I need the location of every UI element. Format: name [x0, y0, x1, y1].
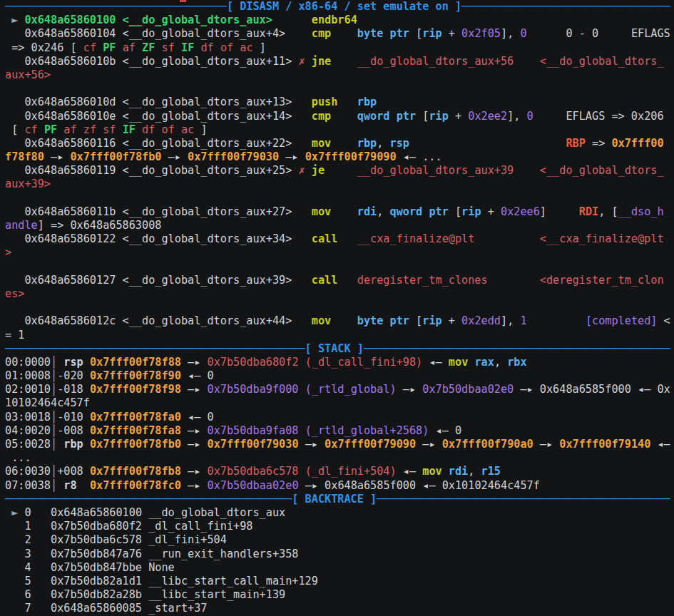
token: ,	[468, 465, 481, 478]
token	[331, 27, 357, 40]
token: +008	[57, 465, 90, 478]
token: ...	[5, 451, 31, 464]
terminal-row: 0x648a65860127 <__do_global_dtors_aux+39…	[5, 274, 674, 287]
token	[331, 314, 357, 327]
terminal-row: 06:0030│+008 0x7fff00f78fb8 —▸ 0x7b50dba…	[5, 465, 674, 478]
disasm-section-header: ──────────────────────────────────[ DISA…	[5, 0, 674, 14]
token: ────────────────────────────────────────…	[5, 342, 305, 355]
token: │	[51, 479, 57, 492]
token	[546, 205, 579, 218]
token	[57, 356, 63, 369]
token: ────────────────────────────────	[461, 0, 670, 13]
token: cf	[24, 123, 37, 136]
backtrace-section: ────────────────────────────────────────…	[5, 493, 674, 616]
token	[474, 232, 539, 245]
token: 0x648a6586012c <__do_global_dtors_aux+44…	[5, 314, 312, 327]
backtrace-section-header: ────────────────────────────────────────…	[5, 493, 674, 506]
terminal[interactable]: ──────────────────────────────────[ DISA…	[0, 0, 674, 616]
token: —▸	[279, 150, 305, 163]
token: ] => 0x648a65863008	[38, 219, 162, 232]
terminal-row: 2 0x7b50dba6c578 _dl_fini+504	[5, 533, 674, 547]
token: [	[5, 123, 24, 136]
token: je	[312, 164, 325, 177]
token: df of ac	[142, 123, 194, 136]
token: ►	[5, 506, 24, 519]
cutoff-text-fragment	[180, 0, 186, 2]
token: —▸	[161, 150, 188, 163]
terminal-row: 0x648a6586012c <__do_global_dtors_aux+44…	[5, 314, 674, 328]
token: [	[409, 314, 422, 327]
token: IF	[181, 41, 194, 54]
token: af zf sf	[63, 123, 116, 136]
token: 0x648a65860122 <__do_global_dtors_aux+34…	[5, 232, 312, 245]
token: ✗	[298, 164, 305, 177]
token: 0 - 0 EFLAGS	[527, 27, 670, 40]
token: __do_global_dtors_aux+56	[357, 55, 514, 68]
token: af	[123, 41, 136, 54]
token: ►	[5, 14, 24, 26]
token	[527, 314, 586, 327]
token: +	[481, 205, 501, 218]
token: ◂— 0	[181, 411, 214, 423]
token: rip	[461, 205, 481, 218]
token: cf	[83, 41, 96, 54]
token: ],	[501, 27, 520, 40]
token: rdi	[449, 465, 468, 478]
token: [ DISASM / x86-64 / set emulate on ]	[227, 0, 461, 13]
token: rsp	[390, 137, 409, 150]
terminal-row: [ cf PF af zf sf IF df of ac ]	[5, 123, 674, 137]
token: [	[449, 205, 461, 218]
token: rbx	[507, 356, 526, 369]
token: ◂—	[650, 438, 670, 451]
token: mov	[312, 205, 331, 218]
disasm-section: ──────────────────────────────────[ DISA…	[5, 0, 674, 342]
token: │	[51, 411, 57, 423]
token: +	[442, 27, 461, 40]
token: EFLAGS => 0x206	[533, 110, 664, 123]
token: 0x7b50dbaa02e0	[422, 383, 514, 396]
token: mov	[312, 137, 331, 150]
token: —▸	[181, 479, 208, 492]
token: r8	[63, 479, 76, 492]
terminal-row: 02:0010│-018 0x7fff00f78f98 —▸ 0x7b50dba…	[5, 383, 674, 396]
token: —▸	[416, 438, 442, 451]
terminal-row: aux+39>	[5, 178, 674, 191]
token: es>	[5, 287, 24, 300]
token: call	[312, 274, 338, 287]
token: 07:0038	[5, 479, 51, 492]
token	[488, 274, 540, 287]
token	[77, 479, 90, 492]
token: f78f80	[5, 150, 44, 163]
token: 0x7fff00f790a0	[442, 438, 533, 451]
token	[331, 55, 357, 68]
token: 00:0000	[5, 356, 51, 369]
token: 0x7b50dbaa02e0	[208, 479, 299, 492]
terminal-row: f78f80 —▸ 0x7fff00f78fb0 —▸ 0x7fff00f790…	[5, 150, 674, 164]
token: call	[312, 232, 338, 245]
token: rip	[429, 110, 448, 123]
token	[337, 96, 357, 108]
terminal-row: ► 0x648a65860100 <__do_global_dtors_aux>…	[5, 14, 674, 27]
token: 7 0x648a65860085 _start+37	[5, 602, 207, 615]
token: rbp	[63, 438, 83, 451]
token: ◂—	[397, 465, 423, 478]
terminal-row: 0x648a6586011b <__do_global_dtors_aux+27…	[5, 205, 674, 219]
token: jne	[312, 55, 331, 68]
token	[57, 438, 63, 451]
terminal-row: 0x648a65860119 <__do_global_dtors_aux+25…	[5, 164, 674, 178]
token: 0 0x648a65860100 __do_global_dtors_aux	[24, 506, 285, 519]
token	[331, 137, 357, 150]
token: <__do_global_dtors_	[540, 164, 664, 177]
token	[57, 123, 63, 136]
token: 06:0030	[5, 465, 51, 478]
token: qword ptr	[357, 110, 416, 123]
terminal-row: es>	[5, 287, 674, 301]
token: 0x648a65860119 <__do_global_dtors_aux+25…	[5, 164, 298, 177]
token: 3 0x7b50db847a76 __run_exit_handlers+358	[5, 548, 298, 560]
token: ],	[501, 314, 520, 327]
token: qword ptr	[390, 205, 449, 218]
token	[96, 41, 103, 54]
token: push	[312, 96, 338, 108]
terminal-row: ► 0 0x648a65860100 __do_global_dtors_aux	[5, 506, 674, 520]
token: rip	[422, 314, 441, 327]
